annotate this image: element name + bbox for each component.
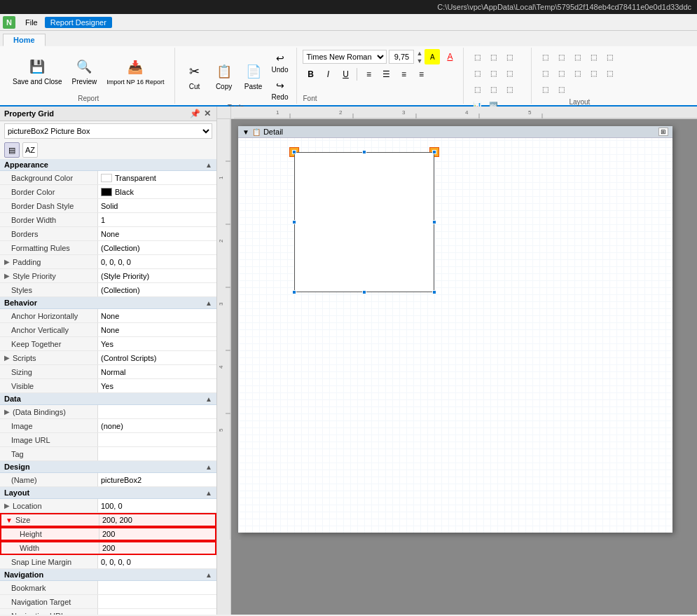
component-select[interactable]: pictureBox2 Picture Box: [4, 123, 212, 139]
canvas-wrapper: 1 2 3 4 5 1: [217, 107, 697, 615]
bold-button[interactable]: B: [303, 67, 318, 82]
layout-btn-7[interactable]: ⬚: [553, 65, 569, 81]
property-grid-view-btn[interactable]: ▤: [4, 142, 20, 158]
paste-button[interactable]: 📄 Paste: [240, 59, 268, 93]
layout-btn-10[interactable]: ⬚: [602, 65, 617, 81]
property-panel-title: Property Grid: [4, 109, 54, 118]
layout-btn-6[interactable]: ⬚: [537, 65, 553, 81]
font-color-button[interactable]: A: [442, 49, 457, 64]
ribbon-content: 💾 Save and Close 🔍 Preview 📥 Import NP 1…: [0, 46, 697, 105]
prop-nav-url-value[interactable]: [98, 609, 216, 615]
prop-data-bindings-value[interactable]: [98, 405, 216, 418]
align-top-center[interactable]: ⬚: [485, 49, 501, 64]
prop-keep-together-value[interactable]: Yes: [98, 337, 216, 350]
align-middle-center[interactable]: ⬚: [485, 65, 501, 81]
prop-formatting-rules-value[interactable]: (Collection): [98, 241, 216, 254]
prop-anchor-v-value[interactable]: None: [98, 323, 216, 336]
section-layout[interactable]: Layout ▲: [0, 487, 216, 499]
layout-btn-9[interactable]: ⬚: [586, 65, 601, 81]
prop-size-value[interactable]: 200, 200: [99, 514, 215, 526]
align-bottom-right[interactable]: ⬚: [502, 81, 517, 97]
prop-border-color-value[interactable]: Black: [98, 185, 216, 198]
align-bottom-center[interactable]: ⬚: [485, 81, 501, 97]
picture-box[interactable]: [294, 152, 434, 292]
ribbon-tab-home[interactable]: Home: [3, 34, 46, 46]
layout-btn-11[interactable]: ⬚: [537, 81, 553, 97]
preview-button[interactable]: 🔍 Preview: [68, 54, 102, 88]
picture-box-container[interactable]: ✥: [294, 152, 434, 292]
align-center-button[interactable]: ☰: [378, 67, 394, 82]
handle-ml[interactable]: [292, 220, 296, 224]
handle-bl[interactable]: [292, 290, 296, 294]
layout-btn-5[interactable]: ⬚: [602, 49, 617, 64]
menu-report-designer[interactable]: Report Designer: [45, 17, 112, 28]
property-panel-close[interactable]: ✕: [202, 109, 212, 118]
canvas-scroll[interactable]: ▼ 📋 Detail ⊞ ✥: [231, 119, 697, 615]
layout-btn-1[interactable]: ⬚: [537, 49, 553, 64]
section-data[interactable]: Data ▲: [0, 393, 216, 405]
align-justify-button[interactable]: ≡: [413, 67, 429, 82]
section-navigation[interactable]: Navigation ▲: [0, 569, 216, 581]
font-family-select[interactable]: Times New Roman: [303, 50, 387, 64]
prop-sizing-value[interactable]: Normal: [98, 365, 216, 378]
prop-style-priority-value[interactable]: (Style Priority): [98, 269, 216, 282]
handle-bc[interactable]: [362, 290, 366, 294]
prop-visible-value[interactable]: Yes: [98, 379, 216, 392]
handle-tr[interactable]: [432, 150, 436, 154]
align-middle-left[interactable]: ⬚: [469, 65, 485, 81]
handle-tl[interactable]: [292, 150, 296, 154]
menu-file[interactable]: File: [20, 17, 43, 28]
prop-border-dash-style-value[interactable]: Solid: [98, 199, 216, 212]
band-expand-icon: ⊞: [658, 128, 668, 136]
layout-btn-8[interactable]: ⬚: [570, 65, 585, 81]
align-middle-right[interactable]: ⬚: [502, 65, 517, 81]
prop-image-value[interactable]: (none): [98, 419, 216, 432]
prop-bookmark-value[interactable]: [98, 581, 216, 594]
prop-padding-value[interactable]: 0, 0, 0, 0: [98, 255, 216, 268]
import-button[interactable]: 📥 Import NP 16 Report: [102, 55, 168, 88]
italic-button[interactable]: I: [320, 67, 336, 82]
handle-mr[interactable]: [432, 220, 436, 224]
align-top-left[interactable]: ⬚: [469, 49, 485, 64]
section-appearance[interactable]: Appearance ▲: [0, 159, 216, 171]
handle-br[interactable]: [432, 290, 436, 294]
property-panel-pin[interactable]: 📌: [190, 109, 200, 118]
prop-width-value[interactable]: 200: [99, 542, 215, 554]
font-size-input[interactable]: [389, 50, 414, 64]
prop-image-url-value[interactable]: [98, 433, 216, 446]
layout-btn-12[interactable]: ⬚: [553, 81, 569, 97]
prop-nav-target-value[interactable]: [98, 595, 216, 608]
highlight-button[interactable]: A: [425, 49, 440, 64]
section-design[interactable]: Design ▲: [0, 461, 216, 473]
property-alpha-view-btn[interactable]: AZ: [22, 142, 38, 158]
align-top-right[interactable]: ⬚: [502, 49, 517, 64]
prop-scripts-value[interactable]: (Control Scripts): [98, 351, 216, 364]
prop-anchor-v: Anchor Vertically None: [0, 323, 216, 337]
handle-tc[interactable]: [362, 150, 366, 154]
prop-snap-margin-value[interactable]: 0, 0, 0, 0: [98, 555, 216, 568]
undo-button[interactable]: ↩ Undo: [269, 49, 291, 75]
band-icon: 📋: [252, 128, 261, 136]
layout-btn-2[interactable]: ⬚: [553, 49, 569, 64]
cut-button[interactable]: ✂ Cut: [181, 59, 209, 93]
align-left-button[interactable]: ≡: [361, 67, 376, 82]
prop-location-value[interactable]: 100, 0: [98, 499, 216, 512]
prop-height-value[interactable]: 200: [99, 528, 215, 540]
prop-background-color-value[interactable]: Transparent: [98, 171, 216, 184]
copy-button[interactable]: 📋 Copy: [210, 59, 238, 93]
save-close-button[interactable]: 💾 Save and Close: [8, 54, 67, 88]
prop-styles-value[interactable]: (Collection): [98, 283, 216, 296]
layout-btn-4[interactable]: ⬚: [586, 49, 601, 64]
prop-name-field-value[interactable]: pictureBox2: [98, 473, 216, 486]
underline-button[interactable]: U: [338, 67, 353, 82]
align-bottom-left[interactable]: ⬚: [469, 81, 485, 97]
prop-borders-value[interactable]: None: [98, 227, 216, 240]
align-right-button[interactable]: ≡: [396, 67, 411, 82]
prop-border-width-value[interactable]: 1: [98, 213, 216, 226]
prop-anchor-h-value[interactable]: None: [98, 309, 216, 322]
redo-button[interactable]: ↪ Redo: [269, 76, 291, 102]
section-behavior[interactable]: Behavior ▲: [0, 297, 216, 309]
prop-tag-value[interactable]: [98, 447, 216, 460]
layout-btn-3[interactable]: ⬚: [570, 49, 585, 64]
band-collapse-icon[interactable]: ▼: [242, 128, 249, 136]
